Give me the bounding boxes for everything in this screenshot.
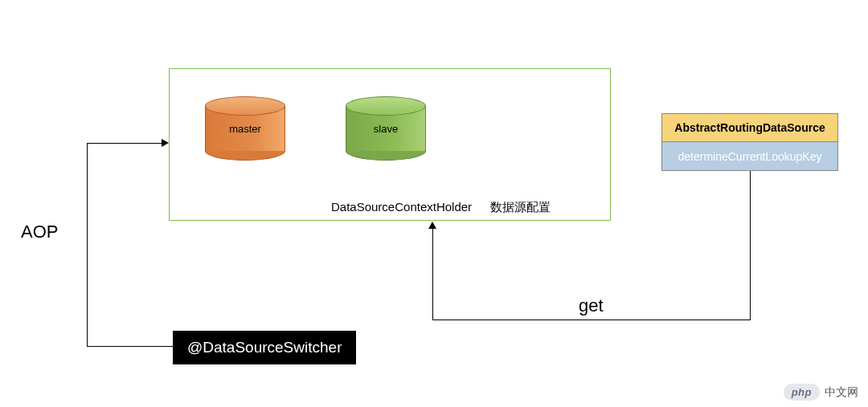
routing-top-label: AbstractRoutingDataSource xyxy=(661,113,838,142)
cylinder-slave-label: slave xyxy=(346,123,426,135)
context-holder-caption: DataSourceContextHolder xyxy=(331,200,472,214)
watermark-pill: php xyxy=(784,384,820,401)
watermark: php 中文网 xyxy=(784,384,858,401)
connector-get-v2 xyxy=(432,226,433,320)
cylinder-master-label: master xyxy=(205,123,285,135)
connector-get-v1 xyxy=(750,171,751,320)
cylinder-slave: slave xyxy=(346,96,426,161)
arrow-get-icon xyxy=(428,222,436,229)
get-label: get xyxy=(579,295,604,316)
routing-bottom-label: determineCurrentLookupKey xyxy=(661,142,838,171)
watermark-text: 中文网 xyxy=(825,385,858,400)
datasource-switcher-annotation: @DataSourceSwitcher xyxy=(173,331,356,364)
arrow-aop-icon xyxy=(162,139,169,147)
connector-aop-horizontal xyxy=(87,346,173,347)
cylinder-master: master xyxy=(205,96,285,161)
connector-aop-top xyxy=(87,143,163,144)
routing-datasource-box: AbstractRoutingDataSource determineCurre… xyxy=(661,113,838,171)
connector-get-horizontal xyxy=(432,319,751,320)
aop-label: AOP xyxy=(21,222,58,242)
context-holder-label: 数据源配置 xyxy=(490,200,551,215)
connector-aop-vertical xyxy=(87,143,88,347)
